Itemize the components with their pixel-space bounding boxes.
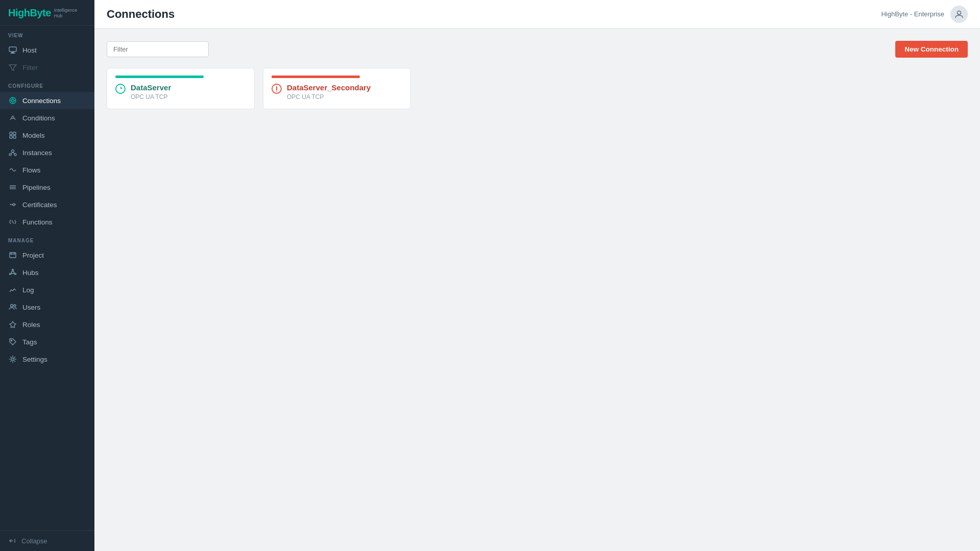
svg-rect-10 xyxy=(10,132,12,135)
sidebar-label-project: Project xyxy=(22,252,86,259)
page-title: Connections xyxy=(107,8,175,21)
sidebar-item-certificates[interactable]: Certificates xyxy=(0,196,94,213)
svg-line-36 xyxy=(11,273,12,273)
svg-point-43 xyxy=(958,11,961,14)
sidebar-item-instances[interactable]: Instances xyxy=(0,144,94,161)
settings-icon xyxy=(8,355,17,364)
topbar: Connections HighByte - Enterprise xyxy=(94,0,980,29)
main-content: Connections HighByte - Enterprise New Co… xyxy=(94,0,980,551)
section-view: VIEW xyxy=(0,26,94,41)
sidebar-item-functions[interactable]: Functions xyxy=(0,213,94,231)
sidebar-label-host: Host xyxy=(22,46,86,54)
sidebar-item-settings[interactable]: Settings xyxy=(0,350,94,368)
pipelines-icon xyxy=(8,183,17,192)
connections-grid: DataServerOPC UA TCP DataServer_Secondar… xyxy=(107,68,968,109)
tags-icon xyxy=(8,337,17,346)
host-icon xyxy=(8,45,17,55)
status-error-icon xyxy=(272,84,282,94)
svg-marker-45 xyxy=(120,86,122,89)
sidebar-label-functions: Functions xyxy=(22,218,86,226)
models-icon xyxy=(8,131,17,140)
svg-line-35 xyxy=(13,273,15,273)
svg-rect-26 xyxy=(10,253,16,258)
svg-line-17 xyxy=(11,153,13,154)
sidebar-label-conditions: Conditions xyxy=(22,114,86,122)
sidebar-label-flows: Flows xyxy=(22,166,86,174)
status-ok-icon xyxy=(115,84,126,94)
section-manage: MANAGE xyxy=(0,231,94,246)
instances-icon xyxy=(8,148,17,157)
svg-rect-0 xyxy=(9,47,16,52)
user-icon xyxy=(954,10,964,19)
sidebar-label-users: Users xyxy=(22,304,86,311)
topbar-right: HighByte - Enterprise xyxy=(881,6,968,23)
connections-icon xyxy=(8,96,17,105)
sidebar-item-filter[interactable]: Filter xyxy=(0,59,94,76)
user-avatar[interactable] xyxy=(950,6,968,23)
roles-icon xyxy=(8,320,17,329)
flows-icon xyxy=(8,165,17,174)
svg-point-33 xyxy=(10,273,11,275)
filter-icon xyxy=(8,63,17,72)
sidebar-item-log[interactable]: Log xyxy=(0,281,94,298)
connection-card[interactable]: DataServer_SecondaryOPC UA TCP xyxy=(263,68,411,109)
sidebar-label-roles: Roles xyxy=(22,321,86,329)
svg-point-38 xyxy=(14,305,16,307)
collapse-label: Collapse xyxy=(21,537,47,545)
sidebar-item-project[interactable]: Project xyxy=(0,246,94,264)
connection-card[interactable]: DataServerOPC UA TCP xyxy=(107,68,255,109)
filter-row: New Connection xyxy=(107,41,968,58)
certificates-icon xyxy=(8,200,17,209)
sidebar-item-roles[interactable]: Roles xyxy=(0,316,94,333)
svg-line-18 xyxy=(13,153,15,154)
users-icon xyxy=(8,303,17,312)
sidebar-item-flows[interactable]: Flows xyxy=(0,161,94,179)
sidebar-label-tags: Tags xyxy=(22,338,86,346)
svg-point-23 xyxy=(13,204,15,206)
sidebar-label-connections: Connections xyxy=(22,97,86,105)
brand-name: HighByte xyxy=(8,7,51,19)
svg-rect-1 xyxy=(11,52,14,53)
svg-point-14 xyxy=(12,150,14,153)
card-connection-type: OPC UA TCP xyxy=(131,93,246,101)
sidebar-item-connections[interactable]: Connections xyxy=(0,92,94,109)
svg-line-25 xyxy=(12,220,14,223)
sidebar-item-pipelines[interactable]: Pipelines xyxy=(0,179,94,196)
sidebar-item-tags[interactable]: Tags xyxy=(0,333,94,350)
svg-rect-2 xyxy=(10,53,15,54)
sidebar-label-log: Log xyxy=(22,286,86,294)
sidebar-item-users[interactable]: Users xyxy=(0,298,94,316)
sidebar-item-hubs[interactable]: Hubs xyxy=(0,264,94,281)
sidebar-label-settings: Settings xyxy=(22,356,86,363)
conditions-icon xyxy=(8,113,17,122)
sidebar-item-conditions[interactable]: Conditions xyxy=(0,109,94,127)
sidebar-label-hubs: Hubs xyxy=(22,269,86,277)
card-connection-type: OPC UA TCP xyxy=(287,93,402,101)
svg-point-31 xyxy=(12,269,14,271)
svg-rect-12 xyxy=(10,136,12,138)
sidebar-item-host[interactable]: Host xyxy=(0,41,94,59)
svg-rect-11 xyxy=(13,132,16,135)
svg-point-32 xyxy=(15,273,16,275)
svg-point-37 xyxy=(11,305,13,307)
new-connection-button[interactable]: New Connection xyxy=(895,41,968,58)
svg-point-39 xyxy=(11,340,12,341)
content-area: New Connection DataServerOPC UA TCP Data… xyxy=(94,29,980,551)
filter-input[interactable] xyxy=(107,41,209,57)
logo-area: HighByte Intelligence Hub xyxy=(0,0,94,26)
sidebar-label-pipelines: Pipelines xyxy=(22,184,86,191)
brand-sub1: Intelligence xyxy=(54,8,78,13)
svg-point-48 xyxy=(276,91,277,92)
enterprise-label: HighByte - Enterprise xyxy=(881,10,944,18)
log-icon xyxy=(8,285,17,294)
svg-rect-13 xyxy=(13,136,16,138)
collapse-icon xyxy=(8,537,16,545)
brand-sub2: Hub xyxy=(54,13,78,19)
sidebar-item-models[interactable]: Models xyxy=(0,127,94,144)
section-configure: CONFIGURE xyxy=(0,76,94,92)
sidebar: HighByte Intelligence Hub VIEW Host Filt… xyxy=(0,0,94,551)
project-icon xyxy=(8,251,17,260)
svg-point-4 xyxy=(12,99,14,102)
collapse-button[interactable]: Collapse xyxy=(0,530,94,551)
hubs-icon xyxy=(8,268,17,277)
